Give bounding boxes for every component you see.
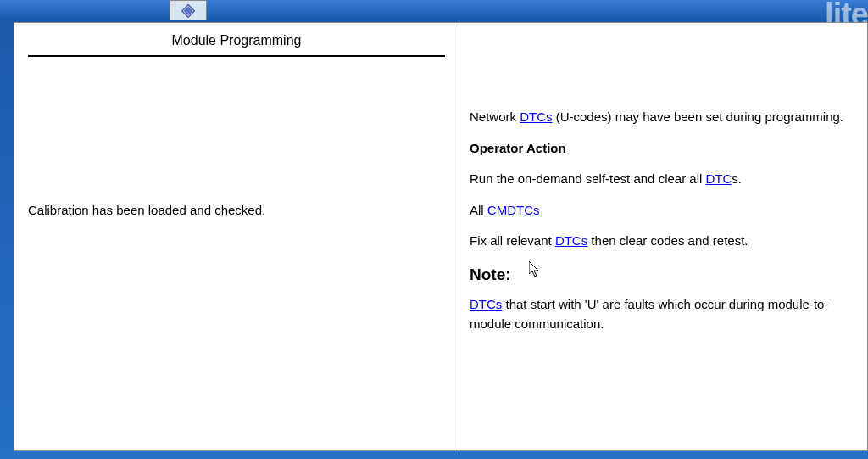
dtcs-link-4[interactable]: DTCs	[470, 297, 502, 311]
operator-action-heading: Operator Action	[470, 139, 857, 159]
title-bar: lite	[0, 0, 868, 20]
network-dtcs-line: Network DTCs (U-codes) may have been set…	[470, 108, 857, 127]
module-icon-tab[interactable]	[170, 0, 207, 20]
dtcs-link-3[interactable]: DTCs	[555, 233, 587, 248]
diamond-icon	[181, 3, 196, 19]
calibration-status-text: Calibration has been loaded and checked.	[28, 203, 265, 217]
self-test-line: Run the on-demand self-test and clear al…	[470, 170, 857, 189]
main-content-area: Module Programming Calibration has been …	[14, 22, 868, 451]
cmdtcs-link[interactable]: CMDTCs	[487, 203, 540, 217]
right-panel: Network DTCs (U-codes) may have been set…	[459, 23, 867, 450]
dtc-link-2[interactable]: DTC	[706, 171, 732, 186]
fix-dtcs-line: Fix all relevant DTCs then clear codes a…	[470, 232, 857, 251]
left-content: Calibration has been loaded and checked.	[28, 67, 445, 439]
note-heading: Note:	[470, 263, 857, 288]
panel-title: Module Programming	[28, 33, 445, 57]
dtcs-link-1[interactable]: DTCs	[520, 109, 552, 124]
note-text: DTCs that start with 'U' are faults whic…	[470, 295, 857, 333]
cmdtcs-line: All CMDTCs	[470, 201, 857, 221]
left-panel: Module Programming Calibration has been …	[14, 23, 459, 450]
